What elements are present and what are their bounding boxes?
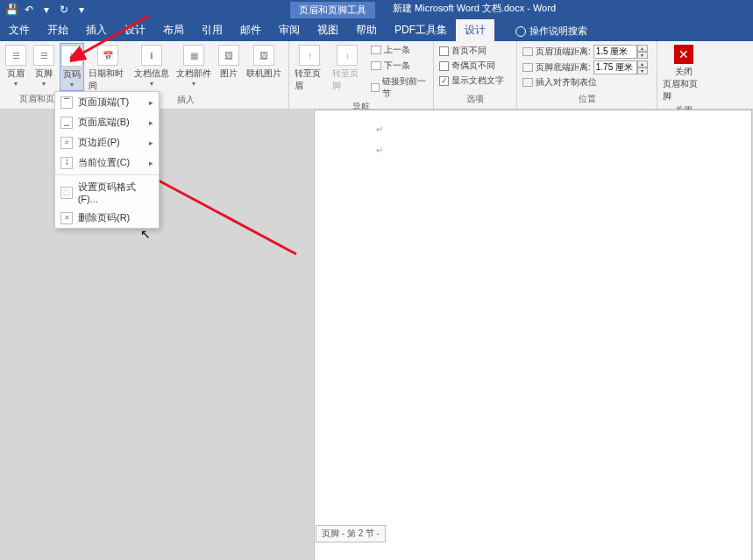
picture-icon: 🖼 bbox=[218, 45, 239, 66]
menu-current-position[interactable]: ↧ 当前位置(C) ▸ bbox=[55, 152, 159, 173]
goto-header-icon: ↑ bbox=[299, 45, 320, 66]
spinner-up[interactable]: ▴ bbox=[637, 45, 648, 52]
menu-remove-page-number[interactable]: ✕ 删除页码(R) bbox=[55, 208, 159, 228]
goto-header-button[interactable]: ↑ 转至页眉 bbox=[293, 43, 327, 94]
page-number-button[interactable]: # 页码 ▾ bbox=[60, 43, 84, 91]
online-picture-button[interactable]: 🖼 联机图片 bbox=[245, 43, 283, 82]
tell-me-search[interactable]: 操作说明搜索 bbox=[512, 21, 591, 41]
page-number-icon: # bbox=[61, 46, 82, 67]
save-icon[interactable]: 💾 bbox=[5, 4, 18, 16]
spinner-up[interactable]: ▴ bbox=[637, 60, 648, 67]
chevron-right-icon: ▸ bbox=[149, 118, 153, 127]
different-first-checkbox[interactable]: 首页不同 bbox=[439, 45, 504, 57]
tab-help[interactable]: 帮助 bbox=[347, 19, 386, 41]
link-icon bbox=[371, 83, 380, 92]
prev-icon bbox=[371, 46, 381, 54]
page-margin-icon: # bbox=[60, 137, 73, 149]
show-doc-text-checkbox[interactable]: ✓显示文档文字 bbox=[439, 74, 504, 87]
spinner-down[interactable]: ▾ bbox=[637, 67, 648, 74]
tab-design[interactable]: 设计 bbox=[116, 19, 154, 41]
next-icon bbox=[371, 61, 381, 70]
footer-distance-input[interactable] bbox=[593, 60, 637, 74]
group-label-position: 位置 bbox=[521, 93, 653, 107]
more-icon[interactable]: ▾ bbox=[75, 4, 88, 16]
footer-section-label: 页脚 - 第 2 节 - bbox=[316, 525, 386, 542]
calendar-icon: 📅 bbox=[97, 45, 118, 66]
header-button[interactable]: ☰ 页眉 ▾ bbox=[4, 43, 28, 89]
close-header-footer-button[interactable]: ✕ 关闭 页眉和页脚 bbox=[661, 43, 707, 104]
menu-page-margin[interactable]: # 页边距(P) ▸ bbox=[55, 132, 159, 152]
paragraph-mark-icon: ↵ bbox=[376, 145, 383, 155]
chevron-right-icon: ▸ bbox=[149, 98, 153, 107]
chevron-down-icon: ▾ bbox=[192, 80, 195, 88]
align-tab-icon bbox=[522, 78, 533, 87]
tab-layout[interactable]: 布局 bbox=[154, 19, 193, 41]
chevron-down-icon: ▾ bbox=[150, 80, 153, 88]
tab-header-footer-design[interactable]: 设计 bbox=[456, 19, 494, 41]
online-picture-icon: 🖼 bbox=[253, 45, 274, 66]
datetime-button[interactable]: 📅 日期和时间 bbox=[87, 43, 129, 94]
format-icon: ⬚ bbox=[60, 187, 73, 199]
chevron-down-icon: ▾ bbox=[14, 80, 18, 88]
docparts-button[interactable]: ▦ 文档部件 ▾ bbox=[174, 43, 213, 89]
page[interactable]: ↵ ↵ bbox=[314, 110, 752, 560]
tab-home[interactable]: 开始 bbox=[39, 19, 77, 41]
page-top-icon: ▔ bbox=[60, 96, 73, 109]
bulb-icon bbox=[515, 26, 526, 37]
tab-pdf-toolset[interactable]: PDF工具集 bbox=[386, 19, 456, 41]
tab-references[interactable]: 引用 bbox=[193, 19, 231, 41]
next-button[interactable]: 下一条 bbox=[368, 59, 430, 73]
close-icon: ✕ bbox=[674, 45, 693, 64]
chevron-right-icon: ▸ bbox=[149, 138, 153, 147]
chevron-right-icon: ▸ bbox=[149, 159, 153, 167]
different-odd-even-checkbox[interactable]: 奇偶页不同 bbox=[439, 60, 504, 72]
tab-insert[interactable]: 插入 bbox=[77, 19, 116, 41]
footer-distance-icon bbox=[522, 63, 533, 72]
chevron-down-icon: ▾ bbox=[42, 80, 46, 88]
info-icon: ℹ bbox=[141, 45, 162, 66]
header-distance-icon bbox=[522, 47, 533, 56]
tab-mailings[interactable]: 邮件 bbox=[231, 19, 270, 41]
menu-page-bottom[interactable]: ▁ 页面底端(B) ▸ bbox=[55, 112, 159, 132]
spinner-down[interactable]: ▾ bbox=[637, 52, 648, 59]
document-title: 新建 Microsoft Word 文档.docx - Word bbox=[393, 2, 556, 18]
tab-file[interactable]: 文件 bbox=[0, 19, 39, 41]
header-distance-input[interactable] bbox=[593, 45, 637, 59]
goto-footer-button: ↓ 转至页脚 bbox=[330, 43, 365, 94]
tab-view[interactable]: 视图 bbox=[309, 19, 347, 41]
mouse-cursor-icon: ↖ bbox=[140, 227, 151, 241]
parts-icon: ▦ bbox=[183, 45, 204, 66]
current-pos-icon: ↧ bbox=[60, 157, 73, 169]
paragraph-mark-icon: ↵ bbox=[376, 124, 383, 134]
ribbon-tabs: 文件 开始 插入 设计 布局 引用 邮件 审阅 视图 帮助 PDF工具集 设计 … bbox=[0, 19, 753, 41]
footer-icon: ☰ bbox=[33, 45, 54, 66]
page-number-dropdown: ▔ 页面顶端(T) ▸ ▁ 页面底端(B) ▸ # 页边距(P) ▸ ↧ 当前位… bbox=[54, 91, 160, 229]
undo-icon[interactable]: ↶ bbox=[23, 4, 35, 16]
remove-icon: ✕ bbox=[60, 212, 73, 224]
contextual-tab-title: 页眉和页脚工具 bbox=[290, 2, 375, 18]
docinfo-button[interactable]: ℹ 文档信息 ▾ bbox=[132, 43, 171, 89]
link-previous-button[interactable]: 链接到前一节 bbox=[368, 74, 430, 101]
insert-align-tab-button[interactable]: 插入对齐制表位 bbox=[522, 76, 648, 89]
picture-button[interactable]: 🖼 图片 bbox=[217, 43, 241, 82]
chevron-down-icon: ▾ bbox=[70, 81, 74, 89]
tab-review[interactable]: 审阅 bbox=[270, 19, 309, 41]
dropdown-icon[interactable]: ▾ bbox=[40, 4, 53, 16]
group-label-options: 选项 bbox=[437, 93, 513, 107]
menu-page-top[interactable]: ▔ 页面顶端(T) ▸ bbox=[55, 92, 159, 112]
previous-button[interactable]: 上一条 bbox=[368, 43, 430, 57]
redo-icon[interactable]: ↻ bbox=[58, 4, 70, 16]
header-icon: ☰ bbox=[5, 45, 26, 66]
page-bottom-icon: ▁ bbox=[60, 117, 73, 129]
menu-format-page-number[interactable]: ⬚ 设置页码格式(F)... bbox=[55, 177, 159, 208]
footer-button[interactable]: ☰ 页脚 ▾ bbox=[32, 43, 56, 89]
menu-separator bbox=[55, 174, 159, 175]
goto-footer-icon: ↓ bbox=[337, 45, 358, 66]
